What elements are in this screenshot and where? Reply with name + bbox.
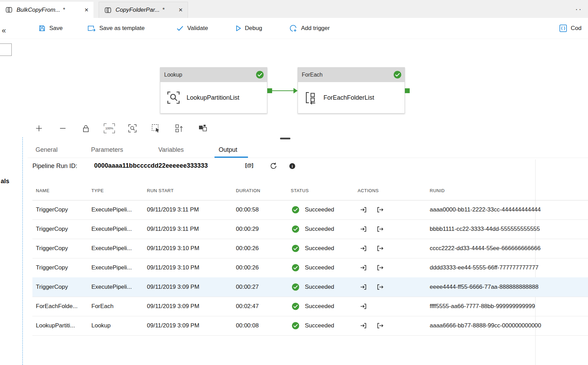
col-name: NAME: [36, 181, 50, 200]
table-row-selected[interactable]: TriggerCopy ExecutePipeli... 09/11/2019 …: [32, 277, 588, 297]
output-icon[interactable]: [376, 206, 384, 214]
duration-cell: 00:00:58: [236, 200, 259, 219]
runid-cell: eeee4444-ff55-6666-77aa-888888888888: [430, 277, 538, 297]
tab-variables[interactable]: Variables: [158, 146, 184, 154]
tab-general[interactable]: General: [36, 146, 58, 154]
panel-left-guide: [22, 137, 23, 365]
runid-cell: dddd3333-ee44-5555-66ff-777777777777: [430, 258, 538, 277]
code-icon: [559, 24, 567, 32]
output-icon[interactable]: [376, 264, 384, 272]
status-text: Succeeded: [305, 264, 334, 271]
input-icon[interactable]: [360, 206, 367, 214]
run-start-cell: 09/11/2019 3:09 PM: [147, 277, 199, 297]
succeeded-icon: [292, 206, 299, 214]
succeeded-badge-icon: [393, 71, 401, 79]
status-cell: Succeeded: [292, 258, 334, 277]
validate-button[interactable]: Validate: [177, 18, 208, 39]
table-row[interactable]: ForEachFolde... ForEach 09/11/2019 3:09 …: [32, 297, 588, 316]
tab-output[interactable]: Output: [219, 146, 237, 154]
checkmark-icon: [177, 26, 183, 31]
left-rail-partial-label: als: [1, 178, 9, 185]
output-port[interactable]: [267, 88, 272, 93]
dynamic-content-icon[interactable]: [@]: [245, 162, 253, 168]
activity-node-lookup[interactable]: Lookup LookupPartitionList: [160, 67, 267, 114]
input-icon[interactable]: [360, 322, 367, 329]
code-button[interactable]: Cod: [559, 18, 581, 39]
run-start-cell: 09/11/2019 3:10 PM: [147, 239, 199, 258]
zoom-to-fit-button[interactable]: [127, 123, 138, 134]
activity-node-foreach[interactable]: ForEach ForEachFolderList: [298, 67, 405, 114]
run-id-value: 0000aaaa11bbccccdd22eeeeee333333: [94, 162, 208, 169]
panel-tabs-divider: [28, 158, 588, 158]
panel-resize-handle[interactable]: [280, 138, 290, 139]
unsaved-indicator: *: [162, 7, 165, 13]
output-icon[interactable]: [376, 322, 384, 329]
runid-cell: aaaa6666-bb77-8888-99cc-000000000000: [430, 316, 541, 335]
actions-cell: [360, 219, 384, 239]
multi-select-button[interactable]: [150, 123, 161, 134]
validate-label: Validate: [187, 25, 208, 32]
activities-search-input[interactable]: [0, 43, 12, 56]
duration-cell: 00:00:08: [236, 316, 259, 335]
activity-name: ForEachFolderList: [323, 94, 374, 101]
overflow-menu-icon[interactable]: ··: [575, 5, 582, 14]
table-row[interactable]: LookupPartiti... Lookup 09/11/2019 3:09 …: [32, 316, 588, 336]
input-icon[interactable]: [360, 264, 367, 272]
col-status: STATUS: [291, 181, 309, 200]
zoom-reset-button[interactable]: 100%: [103, 124, 116, 133]
input-icon[interactable]: [360, 225, 367, 233]
output-icon[interactable]: [376, 225, 384, 233]
input-icon[interactable]: [360, 303, 367, 310]
lookup-icon: [166, 90, 181, 105]
node-body: ForEachFolderList: [298, 82, 405, 113]
refresh-icon[interactable]: [270, 162, 277, 170]
input-icon[interactable]: [360, 283, 367, 291]
close-icon[interactable]: ✕: [173, 7, 183, 13]
debug-button[interactable]: Debug: [236, 18, 262, 39]
collapse-panel-icon[interactable]: «: [2, 26, 6, 35]
col-actions: ACTIONS: [358, 181, 379, 200]
table-row[interactable]: TriggerCopy ExecutePipeli... 09/11/2019 …: [32, 258, 588, 278]
code-label: Cod: [571, 25, 581, 32]
table-header: NAME TYPE RUN START DURATION STATUS ACTI…: [32, 181, 588, 200]
minimap-button[interactable]: [197, 123, 208, 134]
add-trigger-label: Add trigger: [301, 25, 330, 32]
save-icon: [39, 25, 46, 32]
zoom-out-button[interactable]: [57, 123, 68, 134]
type-cell: ExecutePipeli...: [91, 200, 132, 219]
tab-bar: BulkCopyFrom... * ✕ CopyFolderPar... * ✕…: [0, 0, 588, 18]
tab-label: BulkCopyFrom...: [17, 7, 60, 13]
table-row[interactable]: TriggerCopy ExecutePipeli... 09/11/2019 …: [32, 200, 588, 220]
actions-cell: [360, 297, 367, 316]
table-row[interactable]: TriggerCopy ExecutePipeli... 09/11/2019 …: [32, 239, 588, 258]
activity-name-cell: TriggerCopy: [36, 239, 68, 258]
play-icon: [236, 25, 241, 31]
status-cell: Succeeded: [292, 200, 334, 219]
tab-copyfolderpar[interactable]: CopyFolderPar... * ✕: [99, 2, 188, 18]
status-cell: Succeeded: [292, 297, 334, 316]
save-as-template-icon: [87, 25, 96, 32]
table-row[interactable]: TriggerCopy ExecutePipeli... 09/11/2019 …: [32, 219, 588, 239]
connector-arrow-icon: [293, 88, 298, 93]
actions-cell: [360, 239, 384, 258]
output-port[interactable]: [405, 88, 410, 93]
output-icon[interactable]: [376, 283, 384, 291]
close-icon[interactable]: ✕: [79, 7, 89, 13]
lock-canvas-button[interactable]: [80, 123, 91, 134]
tab-parameters[interactable]: Parameters: [91, 146, 123, 154]
input-icon[interactable]: [360, 245, 367, 252]
run-start-cell: 09/11/2019 3:11 PM: [147, 219, 199, 239]
tab-bulkcopyfrom[interactable]: BulkCopyFrom... * ✕: [0, 2, 93, 18]
zoom-level-label: 100%: [105, 127, 113, 130]
output-icon[interactable]: [376, 245, 384, 252]
col-duration: DURATION: [236, 181, 260, 200]
info-icon[interactable]: i: [289, 163, 295, 169]
auto-align-button[interactable]: [174, 123, 185, 134]
save-as-template-button[interactable]: Save as template: [87, 18, 144, 39]
activity-name-cell: ForEachFolde...: [36, 297, 78, 316]
succeeded-icon: [292, 264, 299, 272]
save-button[interactable]: Save: [39, 18, 63, 39]
zoom-in-button[interactable]: [33, 123, 44, 134]
add-trigger-button[interactable]: Add trigger: [289, 18, 330, 39]
succeeded-icon: [292, 322, 299, 329]
